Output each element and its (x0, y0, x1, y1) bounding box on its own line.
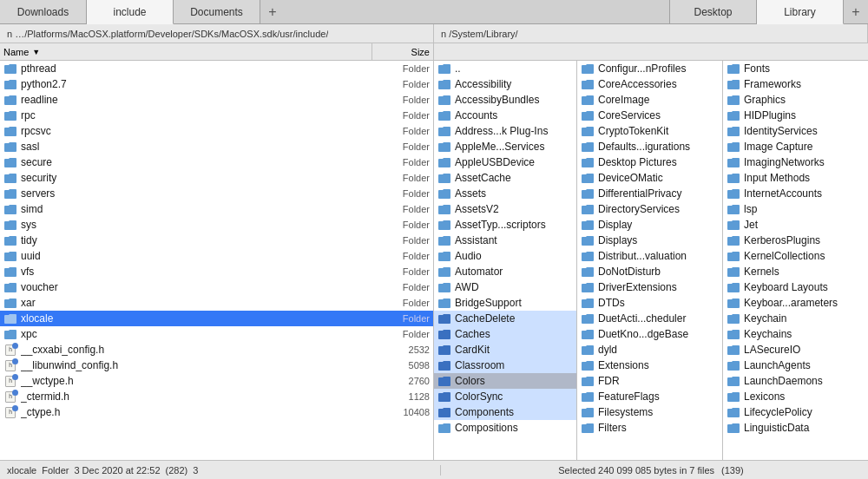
list-item[interactable]: DuetActi...cheduler (577, 311, 722, 326)
list-item[interactable]: Kernels (723, 264, 868, 279)
list-item[interactable]: LifecyclePolicy (723, 404, 868, 420)
list-item[interactable]: Distribut...valuation (577, 248, 722, 264)
list-item[interactable]: Assistant (434, 233, 576, 248)
list-item[interactable]: h_ctype.h10408 (0, 404, 433, 420)
list-item[interactable]: Compositions (434, 420, 576, 436)
list-item[interactable]: python2.7Folder (0, 76, 433, 92)
list-item[interactable]: ImagingNetworks (723, 154, 868, 170)
name-column-header[interactable]: Name ▼ (0, 43, 372, 60)
list-item[interactable]: vfsFolder (0, 264, 433, 279)
list-item[interactable]: sysFolder (0, 217, 433, 233)
list-item[interactable]: readlineFolder (0, 92, 433, 108)
list-item[interactable]: CoreAccessories (577, 76, 722, 92)
list-item[interactable]: HIDPlugins (723, 108, 868, 123)
list-item[interactable]: Accessibility (434, 76, 576, 92)
list-item[interactable]: saslFolder (0, 139, 433, 154)
list-item[interactable]: dyld (577, 342, 722, 358)
list-item[interactable]: Classroom (434, 358, 576, 373)
list-item[interactable]: DTDs (577, 295, 722, 311)
list-item[interactable]: tidyFolder (0, 233, 433, 248)
list-item[interactable]: Frameworks (723, 76, 868, 92)
list-item[interactable]: Colors (434, 373, 576, 389)
list-item[interactable]: secureFolder (0, 154, 433, 170)
list-item[interactable]: FDR (577, 373, 722, 389)
list-item[interactable]: Automator (434, 264, 576, 279)
list-item[interactable]: Graphics (723, 92, 868, 108)
list-item[interactable]: serversFolder (0, 186, 433, 201)
list-item[interactable]: xpcFolder (0, 326, 433, 342)
list-item[interactable]: AssetTyp...scriptors (434, 217, 576, 233)
list-item[interactable]: Address...k Plug-Ins (434, 123, 576, 139)
list-item[interactable]: IdentityServices (723, 123, 868, 139)
list-item[interactable]: AssetCache (434, 170, 576, 186)
list-item[interactable]: Components (434, 404, 576, 420)
list-item[interactable]: InternetAccounts (723, 186, 868, 201)
list-item[interactable]: simdFolder (0, 201, 433, 217)
list-item[interactable]: h__libunwind_config.h5098 (0, 358, 433, 373)
list-item[interactable]: KernelCollections (723, 248, 868, 264)
list-item[interactable]: KerberosPlugins (723, 233, 868, 248)
list-item[interactable]: Keyboard Layouts (723, 279, 868, 295)
list-item[interactable]: LaunchDaemons (723, 373, 868, 389)
list-item[interactable]: Filters (577, 420, 722, 436)
list-item[interactable]: ColorSync (434, 389, 576, 404)
list-item[interactable]: CoreServices (577, 108, 722, 123)
list-item[interactable]: Lexicons (723, 389, 868, 404)
list-item[interactable]: Configur...nProfiles (577, 61, 722, 76)
list-item[interactable]: uuidFolder (0, 248, 433, 264)
tab-library[interactable]: Library (757, 0, 844, 24)
list-item[interactable]: DuetKno...dgeBase (577, 326, 722, 342)
list-item[interactable]: pthreadFolder (0, 61, 433, 76)
list-item[interactable]: LASecureIO (723, 342, 868, 358)
list-item[interactable]: Defaults...igurations (577, 139, 722, 154)
list-item[interactable]: rpcFolder (0, 108, 433, 123)
tab-downloads[interactable]: Downloads (0, 0, 87, 23)
list-item[interactable]: Displays (577, 233, 722, 248)
list-item[interactable]: AccessibyBundles (434, 92, 576, 108)
list-item[interactable]: rpcsvcFolder (0, 123, 433, 139)
tab-include[interactable]: include (87, 0, 174, 24)
list-item[interactable]: Caches (434, 326, 576, 342)
list-item[interactable]: CardKit (434, 342, 576, 358)
size-column-header[interactable]: Size (372, 43, 433, 60)
list-item[interactable]: CryptoTokenKit (577, 123, 722, 139)
add-tab-left-button[interactable]: + (260, 0, 285, 23)
list-item[interactable]: h_ctermid.h1128 (0, 389, 433, 404)
list-item[interactable]: lsp (723, 201, 868, 217)
list-item[interactable]: AssetsV2 (434, 201, 576, 217)
list-item[interactable]: CacheDelete (434, 311, 576, 326)
list-item[interactable]: Keychains (723, 326, 868, 342)
list-item[interactable]: Keyboar...arameters (723, 295, 868, 311)
list-item[interactable]: securityFolder (0, 170, 433, 186)
list-item[interactable]: .. (434, 61, 576, 76)
list-item[interactable]: xlocaleFolder (0, 311, 433, 326)
list-item[interactable]: xarFolder (0, 295, 433, 311)
list-item[interactable]: LinguisticData (723, 420, 868, 436)
list-item[interactable]: AppleMe...Services (434, 139, 576, 154)
list-item[interactable]: DifferentialPrivacy (577, 186, 722, 201)
list-item[interactable]: h__cxxabi_config.h2532 (0, 342, 433, 358)
list-item[interactable]: AWD (434, 279, 576, 295)
list-item[interactable]: Display (577, 217, 722, 233)
add-tab-right-button[interactable]: + (844, 0, 868, 23)
list-item[interactable]: Desktop Pictures (577, 154, 722, 170)
list-item[interactable]: DriverExtensions (577, 279, 722, 295)
tab-desktop[interactable]: Desktop (670, 0, 757, 23)
list-item[interactable]: Audio (434, 248, 576, 264)
list-item[interactable]: Accounts (434, 108, 576, 123)
list-item[interactable]: Input Methods (723, 170, 868, 186)
tab-documents[interactable]: Documents (174, 0, 260, 23)
list-item[interactable]: LaunchAgents (723, 358, 868, 373)
list-item[interactable]: BridgeSupport (434, 295, 576, 311)
list-item[interactable]: Jet (723, 217, 868, 233)
list-item[interactable]: voucherFolder (0, 279, 433, 295)
list-item[interactable]: DoNotDisturb (577, 264, 722, 279)
list-item[interactable]: FeatureFlags (577, 389, 722, 404)
list-item[interactable]: DirectoryServices (577, 201, 722, 217)
list-item[interactable]: AppleUSBDevice (434, 154, 576, 170)
list-item[interactable]: CoreImage (577, 92, 722, 108)
list-item[interactable]: Keychain (723, 311, 868, 326)
list-item[interactable]: Fonts (723, 61, 868, 76)
list-item[interactable]: DeviceOMatic (577, 170, 722, 186)
list-item[interactable]: Image Capture (723, 139, 868, 154)
